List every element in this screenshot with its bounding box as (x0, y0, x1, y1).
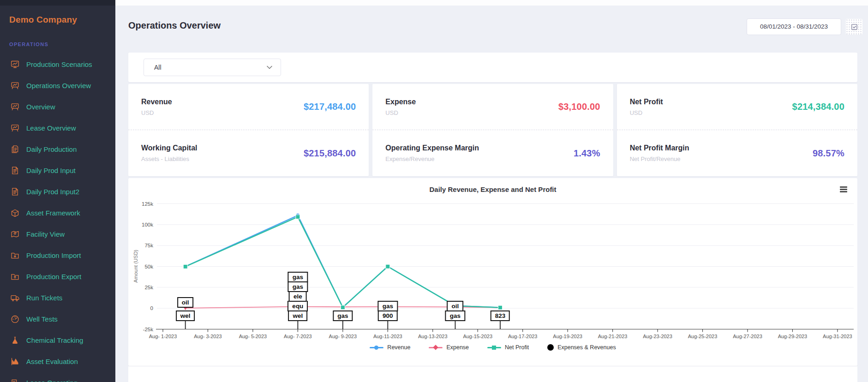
legend-item-revenue[interactable]: Revenue (370, 344, 410, 351)
presentation-chart-icon (10, 123, 20, 133)
svg-text:Aug- 3-2023: Aug- 3-2023 (194, 334, 222, 339)
kpi-column-1: Revenue USD $217,484.00 Working Capital … (128, 84, 369, 176)
annotation-flag: equ (287, 301, 308, 311)
sidebar-item-lease-operating[interactable]: Lease Operating (0, 372, 115, 382)
legend-item-net-profit[interactable]: Net Profit (487, 344, 529, 351)
sidebar-item-label: Daily Prod Input2 (26, 188, 79, 196)
kpi-title: Expense (385, 98, 416, 106)
svg-text:Aug-29-2023: Aug-29-2023 (778, 334, 808, 339)
truck-icon (10, 293, 20, 303)
kpi-value: 98.57% (813, 148, 844, 159)
svg-text:Aug-23-2023: Aug-23-2023 (643, 334, 672, 339)
sidebar-top-strip (0, 0, 115, 6)
presentation-chart-icon (10, 81, 20, 90)
sidebar-item-label: Chemical Tracking (26, 336, 83, 344)
svg-text:Aug-21-2023: Aug-21-2023 (598, 334, 628, 339)
monitor-chart-icon (10, 60, 20, 69)
sidebar-item-daily-prod-input2[interactable]: Daily Prod Input2 (0, 181, 115, 202)
kpi-revenue: Revenue USD $217,484.00 (128, 84, 369, 130)
sidebar-item-production-scenarios[interactable]: Production Scenarios (0, 54, 115, 75)
annotation-flag: gas (445, 310, 465, 321)
kpi-title: Net Profit Margin (630, 144, 689, 152)
sidebar-item-run-tickets[interactable]: Run Tickets (0, 287, 115, 308)
expense-marker-icon (429, 344, 443, 351)
svg-text:Aug- 7-2023: Aug- 7-2023 (284, 334, 312, 339)
sidebar-section-label: OPERATIONS (9, 42, 48, 47)
net-profit-marker-icon (487, 344, 501, 351)
package-icon (10, 208, 20, 218)
svg-text:125k: 125k (142, 201, 153, 207)
svg-text:Aug- 1-2023: Aug- 1-2023 (149, 334, 177, 339)
documents-icon (10, 144, 20, 154)
sidebar-item-lease-overview[interactable]: Lease Overview (0, 117, 115, 138)
kpi-operating-expense-margin: Operating Expense Margin Expense/Revenue… (372, 130, 613, 176)
page-title: Operations Overview (128, 20, 221, 31)
kpi-title: Operating Expense Margin (385, 144, 479, 152)
svg-text:Aug-31-2023: Aug-31-2023 (823, 334, 852, 339)
svg-text:25k: 25k (144, 285, 153, 290)
filter-card: All (128, 53, 857, 82)
svg-text:Aug-13-2023: Aug-13-2023 (418, 334, 448, 339)
kpi-title: Revenue (141, 98, 172, 106)
legend-label: Revenue (387, 344, 410, 351)
kpi-value: 1.43% (574, 148, 600, 159)
date-range-input[interactable]: 08/01/2023 - 08/31/2023 (747, 18, 841, 35)
map-pin-icon (10, 229, 20, 239)
kpi-subtitle: Assets - Liabilities (141, 155, 198, 162)
sidebar-item-label: Daily Production (26, 145, 77, 153)
main-content: Operations Overview 08/01/2023 - 08/31/2… (115, 0, 868, 382)
sidebar-item-label: Production Import (26, 251, 81, 259)
svg-text:-25k: -25k (143, 327, 154, 332)
sidebar-item-daily-prod-input[interactable]: Daily Prod Input (0, 160, 115, 181)
kpi-subtitle: Expense/Revenue (385, 155, 479, 162)
sidebar-item-facility-view[interactable]: Facility View (0, 223, 115, 245)
sidebar-item-label: Operations Overview (26, 82, 91, 90)
annotation-flag: wel (288, 310, 307, 321)
legend-item-expenses-revenues[interactable]: Expenses & Revenues (547, 344, 616, 351)
sidebar-nav: Production ScenariosOperations OverviewO… (0, 54, 115, 382)
flask-icon (10, 335, 20, 345)
svg-text:Aug-25-2023: Aug-25-2023 (688, 334, 718, 339)
annotation-flag: oil (177, 297, 194, 308)
kpi-subtitle: Net Profit/Revenue (630, 155, 689, 162)
next-section-card (128, 366, 857, 382)
kpi-value: $3,100.00 (558, 101, 600, 112)
annotation-flag: 900 (378, 310, 398, 321)
legend-item-expense[interactable]: Expense (429, 344, 469, 351)
svg-text:Amount (USD): Amount (USD) (133, 250, 138, 283)
annotation-flag: gas (288, 272, 308, 282)
sidebar-item-production-import[interactable]: Production Import (0, 245, 115, 266)
chart-card: Daily Revenue, Expense and Net Profit 12… (128, 178, 857, 366)
gauge-icon (10, 314, 20, 324)
annotation-flag: gas (333, 310, 353, 321)
sidebar-item-label: Overview (26, 103, 55, 111)
black-dot-icon (547, 344, 554, 351)
annotation-flag: 823 (491, 310, 510, 321)
svg-text:100k: 100k (142, 222, 153, 227)
kpi-section: Revenue USD $217,484.00 Working Capital … (128, 84, 857, 176)
chevron-down-icon (267, 66, 272, 69)
annotation-flag: gas (288, 281, 308, 292)
sidebar-item-chemical-tracking[interactable]: Chemical Tracking (0, 329, 115, 351)
folder-import-icon (10, 251, 20, 260)
sidebar-item-overview[interactable]: Overview (0, 96, 115, 117)
company-logo: Demo Company (9, 15, 77, 25)
legend-label: Net Profit (505, 344, 529, 351)
kpi-net-profit-margin: Net Profit Margin Net Profit/Revenue 98.… (617, 130, 857, 176)
date-picker-button[interactable] (846, 19, 862, 35)
sidebar-item-operations-overview[interactable]: Operations Overview (0, 75, 115, 96)
filter-select[interactable]: All (144, 59, 281, 76)
sidebar: Demo Company OPERATIONS Production Scena… (0, 0, 115, 382)
kpi-net-profit: Net Profit USD $214,384.00 (617, 84, 857, 130)
annotation-flag: gas (378, 301, 398, 311)
sidebar-item-well-tests[interactable]: Well Tests (0, 308, 115, 329)
svg-text:75k: 75k (144, 243, 153, 248)
sidebar-item-label: Production Scenarios (26, 60, 92, 68)
sidebar-item-production-export[interactable]: Production Export (0, 266, 115, 287)
kpi-column-3: Net Profit USD $214,384.00 Net Profit Ma… (617, 84, 857, 176)
sidebar-item-asset-framework[interactable]: Asset Framework (0, 202, 115, 223)
sidebar-item-asset-evaluation[interactable]: Asset Evaluation (0, 351, 115, 372)
sidebar-item-daily-production[interactable]: Daily Production (0, 138, 115, 160)
svg-text:Aug-17-2023: Aug-17-2023 (508, 334, 538, 339)
kpi-subtitle: USD (630, 109, 663, 116)
